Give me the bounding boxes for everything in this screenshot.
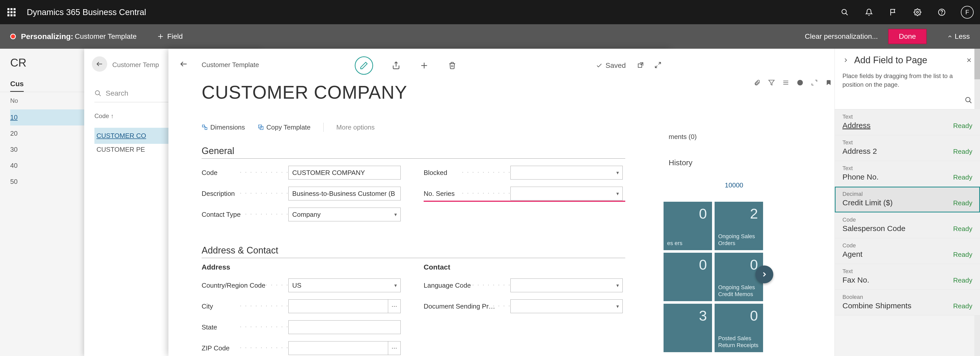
filter-icon[interactable]	[768, 79, 775, 86]
highlight-line	[424, 201, 625, 202]
country-select[interactable]: US ▾	[288, 278, 401, 292]
state-label: State	[202, 323, 288, 331]
customer-template-card: Customer Template Saved CUSTOMER COMPANY…	[169, 49, 672, 356]
field-type: Text	[842, 113, 972, 120]
code-label: Code	[202, 169, 288, 177]
expand-icon[interactable]	[811, 79, 818, 86]
add-field-button[interactable]: Field	[157, 32, 183, 41]
svg-rect-19	[205, 127, 207, 130]
collapse-panel-button[interactable]	[842, 57, 849, 64]
expand-button[interactable]	[654, 62, 662, 68]
less-button[interactable]: Less	[947, 32, 970, 41]
cue-tile[interactable]: 0	[663, 253, 712, 301]
panel-search-button[interactable]	[965, 96, 972, 104]
no-series-select[interactable]: ▾	[511, 187, 623, 200]
popout-button[interactable]	[637, 62, 644, 68]
description-label: Description	[202, 190, 288, 198]
more-options-action[interactable]: More options	[336, 124, 375, 131]
share-button[interactable]	[391, 60, 401, 71]
clear-personalization-button[interactable]: Clear personalization...	[805, 32, 878, 41]
state-input[interactable]	[288, 320, 401, 334]
section-general-title[interactable]: General	[202, 146, 625, 159]
share-icon	[392, 61, 401, 70]
cue-tile[interactable]: 0Posted Sales Return Receipts	[714, 304, 763, 352]
field-item[interactable]: TextPhone No.Ready	[835, 161, 980, 187]
history-label[interactable]: History	[669, 158, 692, 167]
field-status: Ready	[953, 122, 972, 130]
avatar[interactable]: F	[961, 6, 974, 19]
city-input[interactable]	[288, 299, 388, 313]
add-field-title: Add Field to Page	[854, 55, 961, 65]
svg-line-9	[99, 94, 101, 96]
search-icon[interactable]	[840, 7, 850, 17]
cue-tile[interactable]: 0es ers	[663, 202, 712, 250]
list-icon[interactable]	[783, 79, 789, 86]
field-status: Ready	[953, 148, 972, 156]
contact-type-label: Contact Type	[202, 211, 288, 219]
address-subhead: Address	[202, 263, 403, 271]
cue-tile[interactable]: 2Ongoing Sales Orders	[714, 202, 763, 250]
code-input[interactable]	[288, 166, 401, 180]
edit-button[interactable]	[355, 56, 373, 75]
flag-icon[interactable]	[888, 7, 898, 17]
field-item[interactable]: BooleanCombine ShipmentsReady	[835, 290, 980, 315]
breadcrumb[interactable]: Customer Template	[202, 61, 259, 69]
field-item[interactable]: TextFax No.Ready	[835, 264, 980, 290]
attach-icon[interactable]	[754, 79, 760, 86]
cue-tile[interactable]: 3	[663, 304, 712, 352]
bell-icon[interactable]	[864, 7, 874, 17]
add-field-panel: Add Field to Page Place fields by draggi…	[835, 49, 980, 356]
customer-no[interactable]: 10000	[725, 181, 743, 189]
contact-subhead: Contact	[424, 263, 625, 271]
field-item[interactable]: CodeAgentReady	[835, 238, 980, 264]
info-icon[interactable]	[797, 79, 803, 86]
top-bar: Dynamics 365 Business Central F	[0, 0, 980, 24]
trash-icon	[449, 62, 456, 69]
svg-point-2	[916, 11, 918, 13]
bg2-col[interactable]: Code ↑	[94, 113, 114, 119]
done-button[interactable]: Done	[888, 29, 927, 44]
search-icon	[94, 90, 102, 97]
delete-button[interactable]	[447, 60, 457, 71]
help-icon[interactable]	[937, 7, 947, 17]
next-button[interactable]	[756, 265, 773, 283]
field-name: Address 2	[842, 147, 972, 156]
bookmark-icon[interactable]	[825, 79, 832, 86]
docsend-select[interactable]: ▾	[511, 299, 623, 313]
field-status: Ready	[953, 302, 972, 310]
city-lookup-button[interactable]: ⋯	[388, 299, 401, 313]
section-address-title[interactable]: Address & Contact	[202, 245, 625, 258]
blocked-label: Blocked	[424, 169, 511, 177]
field-item[interactable]: DecimalCredit Limit ($)Ready	[835, 187, 980, 213]
language-select[interactable]: ▾	[511, 278, 623, 292]
close-panel-button[interactable]	[966, 57, 972, 64]
description-input[interactable]	[288, 187, 401, 200]
field-item[interactable]: CodeSalesperson CodeReady	[835, 213, 980, 238]
contact-type-select[interactable]: Company ▾	[288, 208, 401, 221]
field-item[interactable]: TextAddressReady	[835, 110, 980, 135]
bg2-row[interactable]: CUSTOMER PE	[97, 146, 145, 154]
field-name: Salesperson Code	[842, 224, 972, 233]
field-type: Code	[842, 242, 972, 249]
dimensions-icon	[202, 124, 208, 130]
zip-lookup-button[interactable]: ⋯	[388, 341, 401, 355]
back-button[interactable]	[92, 56, 107, 72]
recording-icon	[10, 34, 16, 39]
app-launcher-icon[interactable]	[6, 7, 17, 17]
field-item[interactable]: TextAddress 2Ready	[835, 135, 980, 161]
blocked-select[interactable]: ▾	[511, 166, 623, 180]
field-type: Decimal	[842, 191, 972, 197]
gear-icon[interactable]	[912, 7, 923, 17]
plus-icon	[157, 33, 164, 40]
zip-input[interactable]	[288, 341, 388, 355]
back-button[interactable]	[176, 56, 191, 72]
close-icon	[966, 57, 972, 64]
new-button[interactable]	[419, 60, 429, 71]
command-bar: Dimensions Copy Template More options	[202, 123, 375, 132]
attachments-label[interactable]: ments (0)	[669, 133, 697, 141]
field-name: Credit Limit ($)	[842, 199, 972, 207]
saved-indicator: Saved	[596, 62, 626, 70]
dimensions-action[interactable]: Dimensions	[202, 124, 245, 131]
bg1-tab[interactable]: Cus	[10, 77, 24, 92]
copy-template-action[interactable]: Copy Template	[258, 124, 310, 131]
